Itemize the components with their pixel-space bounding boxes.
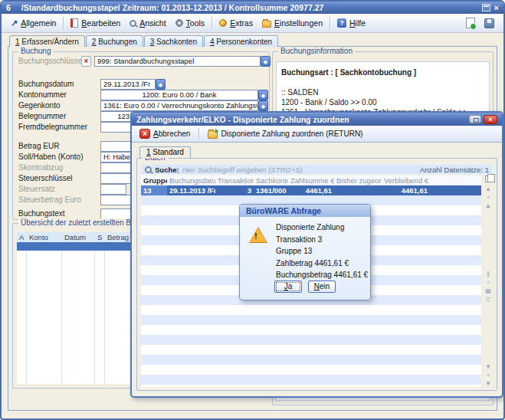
assign-payment-button[interactable]: Disponierte Zahlung zuordnen (RETURN)	[205, 128, 366, 139]
menu-item-bearbeiten[interactable]: Bearbeiten	[66, 17, 125, 29]
combo-dropdown-icon[interactable]: ◆	[258, 90, 268, 100]
main-titlebar[interactable]: 6 /Standardbuchungsstapel Zeitraum: 01.2…	[2, 2, 503, 14]
menu-item-allgemein[interactable]: ↗ Allgemein	[6, 17, 61, 30]
menu-item-hilfe[interactable]: ? Hilfe	[333, 17, 370, 29]
clear-button[interactable]: ×	[81, 56, 91, 67]
notebook-icon	[71, 18, 78, 28]
folder-go-icon	[208, 131, 218, 139]
info-buchungsart: Buchungsart : [ Sachkontobuchung ]	[281, 67, 484, 77]
menu-item-extras[interactable]: Extras	[215, 17, 257, 29]
cell-zahlsumme: 4461,61	[288, 185, 334, 195]
msgbox-line: Buchungsbetrag 4461,61 €	[276, 269, 368, 281]
column-header[interactable]: A	[17, 232, 27, 242]
column-header-bisher[interactable]: Bisher zugeordnet	[334, 176, 382, 185]
tab-sachkonten[interactable]: 3 Sachkonten	[144, 35, 203, 47]
table-side-controls: ▲ + ▲ ∥ ○ ▦ ▽ ▼ + ▼	[483, 176, 494, 387]
dialog-titlebar[interactable]: Zahlungsverkehr/ELKO - Disponierte Zahlu…	[132, 113, 502, 126]
yes-button[interactable]: Ja	[274, 281, 302, 293]
close-icon[interactable]: ×	[494, 4, 499, 11]
scroll-bottom-icon[interactable]: ▼	[485, 381, 491, 387]
menubar-separator	[63, 17, 64, 29]
field-label: Steuerschlüssel	[18, 174, 73, 182]
cell-bisher	[334, 185, 382, 195]
menubar-separator	[330, 17, 330, 29]
menu-label: Extras	[230, 18, 253, 28]
msgbox-title[interactable]: BüroWARE Abfrage	[240, 205, 370, 217]
restore-icon[interactable]	[482, 4, 490, 11]
buchungsdatum-input[interactable]: 29.11.2013 /Fr	[100, 79, 156, 90]
column-header-zahlsumme[interactable]: Zahlsumme €	[288, 176, 334, 185]
cancel-button[interactable]: × Abbrechen	[136, 128, 193, 139]
field-label: Buchungsdatum	[18, 80, 74, 88]
scroll-up-icon[interactable]: ▲	[485, 203, 491, 209]
selected-payment-row[interactable]: 13 29.11.2013 /Fr 3 1361/000 4461,61 446…	[141, 185, 481, 195]
column-header[interactable]: S	[95, 232, 105, 242]
column-header-transaktion[interactable]: Transaktion	[215, 176, 254, 185]
combo-dropdown-icon[interactable]: ◆	[156, 79, 166, 90]
menu-item-tools[interactable]: Tools	[171, 17, 210, 29]
window-title: /Standardbuchungsstapel Zeitraum: 01.201…	[21, 3, 482, 12]
scroll-down-icon[interactable]: ▼	[485, 364, 491, 370]
steuerbetrag-input[interactable]	[100, 195, 133, 205]
field-label: Gegenkonto	[18, 101, 61, 110]
scroll-top-icon[interactable]: ▲	[485, 186, 491, 192]
tab-personenkonten[interactable]: 4 Personenkonten	[204, 35, 278, 47]
copy-icon[interactable]	[485, 176, 491, 182]
zoom-icon[interactable]: ○	[487, 280, 490, 286]
tab-standard[interactable]: 1 Standard	[139, 146, 191, 158]
field-label: Fremdbelegnummer	[18, 123, 87, 131]
empty-table-row[interactable]	[141, 335, 481, 345]
column-header-verbleibend[interactable]: Verbleibend €	[382, 176, 430, 185]
steuersatz-input[interactable]	[100, 184, 126, 195]
msgbox-line: Transaktion 3	[276, 234, 368, 246]
empty-table-row[interactable]	[141, 325, 481, 335]
empty-table-row[interactable]	[141, 375, 481, 385]
field-label: Skontoabzug	[18, 163, 63, 172]
dialog-close-icon[interactable]: ×	[484, 115, 497, 124]
no-button[interactable]: Nein	[308, 281, 336, 293]
empty-table-row[interactable]	[141, 365, 481, 375]
filter-icon[interactable]: ▽	[486, 297, 490, 303]
column-header[interactable]: Datum	[62, 232, 95, 242]
menu-item-ansicht[interactable]: Ansicht	[125, 17, 170, 29]
columns-icon[interactable]: ∥	[487, 271, 490, 277]
column-header[interactable]: Konto	[27, 232, 62, 242]
buchungsschluessel-combo[interactable]: 999: Standardbuchungsstapel	[94, 56, 261, 67]
new-document-button[interactable]	[461, 16, 480, 30]
assign-label: Disponierte Zahlung zuordnen (RETURN)	[221, 130, 362, 138]
gegenkonto-combo[interactable]: 1361: Euro 0.00 / Verrechnungskonto Zahl…	[100, 100, 258, 111]
msgbox-buroware-abfrage: BüroWARE Abfrage ! Disponierte Zahlung T…	[239, 204, 371, 300]
column-header-gruppe[interactable]: Gruppe	[141, 176, 167, 185]
kontonummer-combo[interactable]: 1200: Euro 0.00 / Bank	[100, 90, 258, 100]
field-label: Betrag EUR	[18, 142, 59, 150]
combo-dropdown-icon[interactable]: ◆	[258, 100, 268, 111]
empty-table-row[interactable]	[141, 345, 481, 355]
toolbar-separator	[198, 128, 199, 139]
column-header-sachkonto[interactable]: Sachkonto	[254, 176, 288, 185]
msgbox-line: Zahlbetrag 4461,61 €	[276, 258, 368, 270]
add-icon[interactable]: +	[487, 195, 490, 201]
add2-icon[interactable]: +	[487, 372, 490, 379]
tab-buchungen[interactable]: 2 Buchungen	[86, 35, 143, 47]
empty-table-row[interactable]	[141, 315, 481, 325]
column-header-buchungsdatum[interactable]: Buchungsdatum	[167, 176, 215, 185]
dialog-toolbar: × Abbrechen Disponierte Zahlung zuordnen…	[132, 126, 502, 143]
maximize-icon[interactable]	[469, 115, 481, 123]
menu-label: Tools	[186, 18, 205, 28]
msgbox-line: Disponierte Zahlung	[276, 221, 368, 234]
tab-erfassen-aendern[interactable]: 1 Erfassen/Ändern	[9, 35, 85, 47]
empty-table-row[interactable]	[141, 305, 481, 315]
search-icon	[145, 166, 152, 173]
arrow-ne-icon: ↗	[11, 18, 18, 28]
screen: 6 /Standardbuchungsstapel Zeitraum: 01.2…	[0, 0, 505, 420]
menu-label: Bearbeiten	[81, 18, 120, 28]
menu-item-einstellungen[interactable]: Einstellungen	[257, 17, 327, 29]
search-input[interactable]: Hier Suchbegriff eingeben (STRG+S)	[182, 166, 417, 174]
cell-verbleibend: 4461,61	[382, 185, 430, 195]
belegnummer-input[interactable]: 123	[100, 111, 133, 122]
empty-table-row[interactable]	[141, 355, 481, 365]
search-bar[interactable]: Suche: Hier Suchbegriff eingeben (STRG+S…	[141, 164, 493, 175]
grid-icon[interactable]: ▦	[485, 288, 491, 294]
save-button[interactable]	[480, 17, 499, 30]
combo-dropdown-icon[interactable]: ◆	[261, 56, 271, 67]
